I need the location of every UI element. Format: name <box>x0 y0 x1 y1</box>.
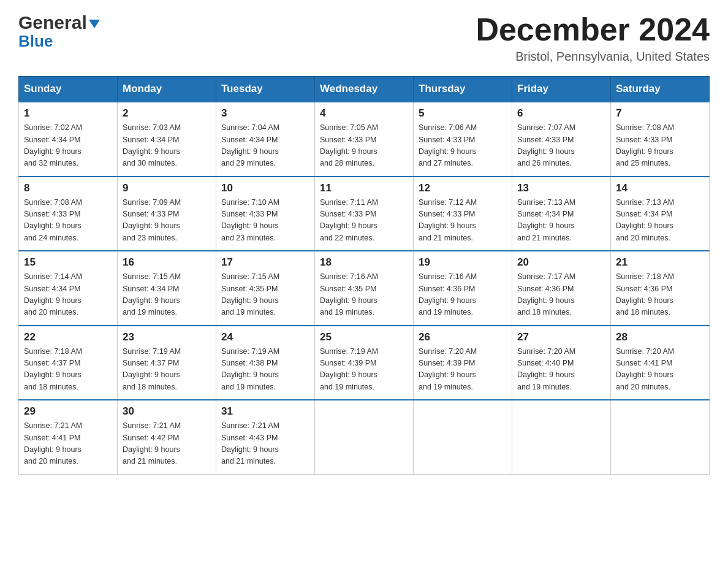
day-number: 6 <box>517 107 605 120</box>
day-number: 17 <box>221 256 309 269</box>
day-number: 7 <box>616 107 704 120</box>
calendar-cell: 23Sunrise: 7:19 AMSunset: 4:37 PMDayligh… <box>118 326 216 400</box>
calendar-cell: 16Sunrise: 7:15 AMSunset: 4:34 PMDayligh… <box>118 251 216 326</box>
calendar-cell: 8Sunrise: 7:08 AMSunset: 4:33 PMDaylight… <box>19 177 118 251</box>
day-number: 13 <box>517 182 605 194</box>
day-number: 20 <box>517 256 605 269</box>
week-row-2: 8Sunrise: 7:08 AMSunset: 4:33 PMDaylight… <box>19 177 710 251</box>
calendar-cell: 18Sunrise: 7:16 AMSunset: 4:35 PMDayligh… <box>315 251 414 326</box>
calendar-cell: 1Sunrise: 7:02 AMSunset: 4:34 PMDaylight… <box>19 102 118 177</box>
logo-line2: Blue <box>18 32 53 51</box>
day-number: 25 <box>320 331 408 343</box>
day-info: Sunrise: 7:21 AMSunset: 4:41 PMDaylight:… <box>24 420 112 468</box>
day-info: Sunrise: 7:18 AMSunset: 4:37 PMDaylight:… <box>24 346 112 394</box>
logo-line1: General <box>18 12 100 33</box>
calendar-cell: 9Sunrise: 7:09 AMSunset: 4:33 PMDaylight… <box>118 177 216 251</box>
day-number: 31 <box>221 405 309 418</box>
week-row-5: 29Sunrise: 7:21 AMSunset: 4:41 PMDayligh… <box>19 400 710 474</box>
day-info: Sunrise: 7:02 AMSunset: 4:34 PMDaylight:… <box>24 122 112 170</box>
day-info: Sunrise: 7:08 AMSunset: 4:33 PMDaylight:… <box>24 197 112 245</box>
day-number: 11 <box>320 182 408 194</box>
day-info: Sunrise: 7:08 AMSunset: 4:33 PMDaylight:… <box>616 122 704 170</box>
column-header-monday: Monday <box>118 77 216 102</box>
calendar-cell: 22Sunrise: 7:18 AMSunset: 4:37 PMDayligh… <box>19 326 118 400</box>
week-row-3: 15Sunrise: 7:14 AMSunset: 4:34 PMDayligh… <box>19 251 710 326</box>
logo: General Blue <box>18 12 100 51</box>
day-info: Sunrise: 7:13 AMSunset: 4:34 PMDaylight:… <box>616 197 704 245</box>
column-header-thursday: Thursday <box>414 77 512 102</box>
calendar-cell <box>611 400 710 474</box>
calendar-cell <box>512 400 611 474</box>
calendar-cell: 4Sunrise: 7:05 AMSunset: 4:33 PMDaylight… <box>315 102 414 177</box>
page-header: General Blue December 2024 Bristol, Penn… <box>18 12 710 64</box>
day-info: Sunrise: 7:21 AMSunset: 4:42 PMDaylight:… <box>123 420 211 468</box>
day-number: 2 <box>123 107 211 120</box>
day-number: 24 <box>221 331 309 343</box>
day-number: 27 <box>517 331 605 343</box>
day-info: Sunrise: 7:20 AMSunset: 4:39 PMDaylight:… <box>419 346 507 394</box>
day-number: 28 <box>616 331 704 343</box>
day-number: 5 <box>419 107 507 120</box>
day-info: Sunrise: 7:15 AMSunset: 4:34 PMDaylight:… <box>123 271 211 319</box>
day-info: Sunrise: 7:03 AMSunset: 4:34 PMDaylight:… <box>123 122 211 170</box>
day-info: Sunrise: 7:21 AMSunset: 4:43 PMDaylight:… <box>221 420 309 468</box>
calendar-cell: 29Sunrise: 7:21 AMSunset: 4:41 PMDayligh… <box>19 400 118 474</box>
day-info: Sunrise: 7:13 AMSunset: 4:34 PMDaylight:… <box>517 197 605 245</box>
day-info: Sunrise: 7:17 AMSunset: 4:36 PMDaylight:… <box>517 271 605 319</box>
day-number: 29 <box>24 405 112 418</box>
day-info: Sunrise: 7:20 AMSunset: 4:41 PMDaylight:… <box>616 346 704 394</box>
location-subtitle: Bristol, Pennsylvania, United States <box>476 50 710 64</box>
day-info: Sunrise: 7:16 AMSunset: 4:36 PMDaylight:… <box>419 271 507 319</box>
day-number: 14 <box>616 182 704 194</box>
day-number: 12 <box>419 182 507 194</box>
day-number: 18 <box>320 256 408 269</box>
day-info: Sunrise: 7:19 AMSunset: 4:37 PMDaylight:… <box>123 346 211 394</box>
calendar-cell <box>315 400 414 474</box>
logo-general-text: General <box>18 12 87 33</box>
column-header-wednesday: Wednesday <box>315 77 414 102</box>
day-info: Sunrise: 7:09 AMSunset: 4:33 PMDaylight:… <box>123 197 211 245</box>
calendar-cell: 6Sunrise: 7:07 AMSunset: 4:33 PMDaylight… <box>512 102 611 177</box>
column-header-tuesday: Tuesday <box>216 77 315 102</box>
day-number: 21 <box>616 256 704 269</box>
day-number: 10 <box>221 182 309 194</box>
day-info: Sunrise: 7:14 AMSunset: 4:34 PMDaylight:… <box>24 271 112 319</box>
calendar-cell: 15Sunrise: 7:14 AMSunset: 4:34 PMDayligh… <box>19 251 118 326</box>
day-number: 19 <box>419 256 507 269</box>
day-info: Sunrise: 7:19 AMSunset: 4:38 PMDaylight:… <box>221 346 309 394</box>
calendar-cell: 27Sunrise: 7:20 AMSunset: 4:40 PMDayligh… <box>512 326 611 400</box>
calendar-cell: 3Sunrise: 7:04 AMSunset: 4:34 PMDaylight… <box>216 102 315 177</box>
calendar-cell: 30Sunrise: 7:21 AMSunset: 4:42 PMDayligh… <box>118 400 216 474</box>
day-info: Sunrise: 7:16 AMSunset: 4:35 PMDaylight:… <box>320 271 408 319</box>
day-number: 1 <box>24 107 112 120</box>
day-info: Sunrise: 7:18 AMSunset: 4:36 PMDaylight:… <box>616 271 704 319</box>
calendar-cell: 19Sunrise: 7:16 AMSunset: 4:36 PMDayligh… <box>414 251 512 326</box>
day-number: 8 <box>24 182 112 194</box>
calendar-cell: 25Sunrise: 7:19 AMSunset: 4:39 PMDayligh… <box>315 326 414 400</box>
title-area: December 2024 Bristol, Pennsylvania, Uni… <box>476 12 710 64</box>
calendar-cell: 31Sunrise: 7:21 AMSunset: 4:43 PMDayligh… <box>216 400 315 474</box>
day-number: 23 <box>123 331 211 343</box>
calendar-cell: 5Sunrise: 7:06 AMSunset: 4:33 PMDaylight… <box>414 102 512 177</box>
day-info: Sunrise: 7:15 AMSunset: 4:35 PMDaylight:… <box>221 271 309 319</box>
day-number: 16 <box>123 256 211 269</box>
week-row-4: 22Sunrise: 7:18 AMSunset: 4:37 PMDayligh… <box>19 326 710 400</box>
day-number: 30 <box>123 405 211 418</box>
day-info: Sunrise: 7:05 AMSunset: 4:33 PMDaylight:… <box>320 122 408 170</box>
calendar-cell: 24Sunrise: 7:19 AMSunset: 4:38 PMDayligh… <box>216 326 315 400</box>
day-number: 9 <box>123 182 211 194</box>
day-info: Sunrise: 7:10 AMSunset: 4:33 PMDaylight:… <box>221 197 309 245</box>
day-number: 15 <box>24 256 112 269</box>
month-year-title: December 2024 <box>476 12 710 47</box>
calendar-cell: 11Sunrise: 7:11 AMSunset: 4:33 PMDayligh… <box>315 177 414 251</box>
day-info: Sunrise: 7:11 AMSunset: 4:33 PMDaylight:… <box>320 197 408 245</box>
day-info: Sunrise: 7:20 AMSunset: 4:40 PMDaylight:… <box>517 346 605 394</box>
calendar-cell: 7Sunrise: 7:08 AMSunset: 4:33 PMDaylight… <box>611 102 710 177</box>
calendar-cell: 26Sunrise: 7:20 AMSunset: 4:39 PMDayligh… <box>414 326 512 400</box>
calendar-cell: 28Sunrise: 7:20 AMSunset: 4:41 PMDayligh… <box>611 326 710 400</box>
logo-triangle-icon <box>89 20 100 28</box>
day-info: Sunrise: 7:06 AMSunset: 4:33 PMDaylight:… <box>419 122 507 170</box>
calendar-cell: 21Sunrise: 7:18 AMSunset: 4:36 PMDayligh… <box>611 251 710 326</box>
day-number: 26 <box>419 331 507 343</box>
calendar-cell: 12Sunrise: 7:12 AMSunset: 4:33 PMDayligh… <box>414 177 512 251</box>
